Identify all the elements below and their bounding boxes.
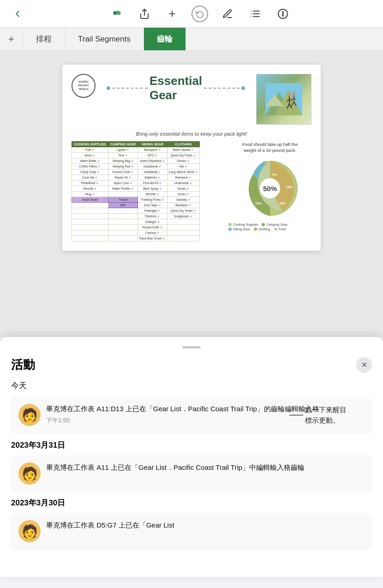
table-row: Pack Rain Cover ✓ bbox=[72, 236, 200, 241]
panel-header: 活動 ✕ bbox=[11, 357, 372, 373]
activity-text-mar30: 畢克博在工作表 D5:G7 上已在「Gear List bbox=[46, 520, 365, 531]
toolbar: + bbox=[0, 0, 383, 28]
list-icon[interactable] bbox=[247, 6, 263, 22]
avatar-mar30: 🧑 bbox=[18, 520, 41, 542]
table-row: Pocket Knife ✓ bbox=[72, 225, 200, 230]
undo-icon[interactable] bbox=[192, 6, 208, 22]
tooltip-text: 點一下來醒目標示更動。 bbox=[305, 405, 374, 426]
svg-point-14 bbox=[282, 15, 283, 16]
table-row: Camera ✓ bbox=[72, 230, 200, 236]
add-icon[interactable]: + bbox=[164, 6, 180, 22]
more-icon[interactable] bbox=[275, 6, 291, 22]
table-row: Toiletries ✓Sunglasses ✓ bbox=[72, 214, 200, 219]
col-camping: CAMPING GEAR bbox=[108, 142, 138, 147]
card-title: Essential Gear bbox=[150, 74, 202, 102]
table-row: Solargor ✓ bbox=[72, 219, 200, 225]
toolbar-left bbox=[9, 6, 26, 22]
main-content-area: SCENICPACIFICTRAILS Essential Gear bbox=[0, 51, 383, 337]
avatar-mar31: 🧑 bbox=[18, 462, 41, 485]
table-row: Cook Set ✓Repair Kit ✓Batteries ✓Rainwea… bbox=[72, 175, 200, 180]
svg-text:5%: 5% bbox=[272, 173, 277, 176]
table-row: Water Bottle ✓Sleeping Bag ✓Insect Repel… bbox=[72, 158, 200, 164]
toolbar-center: + bbox=[108, 6, 291, 22]
tooltip-container: 點一下來醒目標示更動。 bbox=[289, 405, 374, 426]
avatar-today: 🧑 bbox=[18, 404, 41, 426]
chart-section: Food should take up half theweight of a … bbox=[228, 141, 311, 231]
back-button[interactable] bbox=[9, 6, 26, 22]
pie-chart: 50% 5% 19% 16% 10% bbox=[240, 158, 300, 218]
tab-add-button[interactable]: + bbox=[0, 28, 23, 50]
activity-card-mar31[interactable]: 🧑 畢克博在工作表 A11 上已在「Gear List．Pacific Coas… bbox=[11, 456, 372, 491]
logo-circle: SCENICPACIFICTRAILS bbox=[72, 74, 96, 98]
legend-food: Food bbox=[274, 228, 286, 231]
table-row: Mug ✓Whistle ✓Socks ✓ bbox=[72, 192, 200, 197]
svg-point-3 bbox=[116, 10, 119, 12]
svg-point-25 bbox=[293, 92, 296, 95]
close-panel-button[interactable]: ✕ bbox=[356, 357, 372, 373]
tabs-bar: + 排程 Trail Segments 齒輪 bbox=[0, 28, 383, 51]
logo-area: SCENICPACIFICTRAILS bbox=[72, 74, 96, 98]
collab-icon[interactable] bbox=[108, 6, 125, 22]
table-row: Camp Soap ✓Ground Cloth ✓Headlamp ✓Long-… bbox=[72, 169, 200, 175]
date-section-2: 2023年3月30日 bbox=[11, 498, 372, 508]
table-row: SPFDuct Tape ✓Bandana ✓ bbox=[72, 203, 200, 208]
activity-content-mar30: 畢克博在工作表 D5:G7 上已在「Gear List bbox=[46, 520, 365, 533]
svg-text:50%: 50% bbox=[263, 185, 277, 192]
chart-legend: Cooking Supplies Camping Gear Hiking Gea… bbox=[228, 223, 311, 231]
svg-point-13 bbox=[282, 13, 283, 14]
tab-gear[interactable]: 齒輪 bbox=[144, 28, 186, 50]
today-label: 今天 bbox=[11, 380, 372, 391]
table-row: Coffee Filters ✓Sleeping Pad ✓Guidebook … bbox=[72, 164, 200, 169]
table-row: Stove ✓Tent ✓GPS ✓Quick-Dry Pants ✓ bbox=[72, 153, 200, 158]
table-row: Flashlight ✓Quick-Dry Towel ✓ bbox=[72, 208, 200, 214]
legend-camping: Camping Gear bbox=[262, 223, 287, 226]
svg-text:10%: 10% bbox=[255, 202, 262, 205]
col-hiking: HIKING GEAR bbox=[138, 142, 168, 147]
svg-point-12 bbox=[282, 12, 283, 12]
legend-cooking: Cooking Supplies bbox=[228, 223, 258, 226]
col-clothing: CLOTHING bbox=[167, 142, 199, 147]
gear-table-container: COOKING SUPPLIES CAMPING GEAR HIKING GEA… bbox=[72, 141, 222, 241]
svg-text:19%: 19% bbox=[286, 186, 293, 189]
card-photo bbox=[256, 74, 311, 125]
panel-title: 活動 bbox=[11, 357, 35, 373]
share-icon[interactable] bbox=[136, 6, 153, 22]
card-subtitle: Bring only essential items to keep your … bbox=[72, 131, 311, 137]
tab-schedule[interactable]: 排程 bbox=[23, 28, 65, 50]
activity-panel: 活動 ✕ 今天 🧑 畢克博在工作表 A11:D13 上已在「Gear List．… bbox=[0, 337, 383, 577]
spreadsheet-card: SCENICPACIFICTRAILS Essential Gear bbox=[62, 65, 321, 251]
legend-hiking: Hiking Gear bbox=[228, 228, 250, 231]
svg-point-19 bbox=[287, 93, 291, 96]
today-activity-wrapper: 🧑 畢克博在工作表 A11:D13 上已在「Gear List．Pacific … bbox=[11, 397, 372, 432]
food-note-text: Food should take up half theweight of a … bbox=[242, 141, 298, 154]
tab-trail[interactable]: Trail Segments bbox=[65, 28, 144, 50]
card-header: SCENICPACIFICTRAILS Essential Gear bbox=[72, 74, 311, 125]
col-cooking: COOKING SUPPLIES bbox=[72, 142, 108, 147]
drag-handle[interactable] bbox=[182, 346, 201, 348]
pencil-icon[interactable] bbox=[219, 6, 236, 22]
table-chart-row: COOKING SUPPLIES CAMPING GEAR HIKING GEA… bbox=[72, 141, 311, 241]
activity-content-mar31: 畢克博在工作表 A11 上已在「Gear List．Pacific Coast … bbox=[46, 462, 365, 475]
table-row: Fuel ✓Lighter ✓Backpack ✓Warm Jacket ✓ bbox=[72, 147, 200, 153]
table-row: Hand TowelTrowelTrekking Poles ✓Sandals … bbox=[72, 197, 200, 203]
table-row: Plate/Bowl ✓Nylon Cord ✓First-Aid Kit ✓U… bbox=[72, 180, 200, 186]
tooltip-line bbox=[289, 414, 303, 415]
date-section-1: 2023年3月31日 bbox=[11, 440, 372, 450]
gear-table: COOKING SUPPLIES CAMPING GEAR HIKING GEA… bbox=[72, 141, 200, 241]
activity-card-mar30[interactable]: 🧑 畢克博在工作表 D5:G7 上已在「Gear List bbox=[11, 514, 372, 549]
dashed-connector: Essential Gear bbox=[107, 74, 245, 102]
activity-text-mar31: 畢克博在工作表 A11 上已在「Gear List．Pacific Coast … bbox=[46, 462, 365, 473]
table-row: Utensils ✓Water Purifier ✓Bear Spray ✓So… bbox=[72, 186, 200, 192]
svg-text:16%: 16% bbox=[279, 202, 286, 205]
legend-clothing: Clothing bbox=[254, 228, 270, 231]
